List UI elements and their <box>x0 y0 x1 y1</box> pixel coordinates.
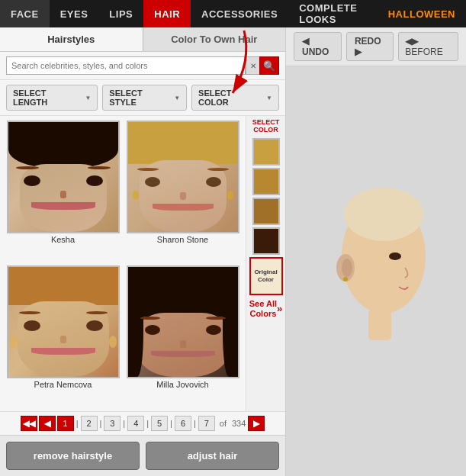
page-button-3[interactable]: 3 <box>104 416 121 431</box>
sub-tabs: Hairstyles Color To Own Hair <box>0 27 285 52</box>
filter-length[interactable]: SELECT LENGTH ▼ <box>6 85 98 111</box>
see-all-colors-link[interactable]: See AllColors » <box>249 299 283 319</box>
svg-point-3 <box>342 259 352 277</box>
remove-hairstyle-button[interactable]: remove hairstyle <box>6 442 140 470</box>
nav-halloween[interactable]: HALLOWEEN <box>378 0 466 27</box>
nav-lips[interactable]: LIPS <box>98 0 143 27</box>
search-input[interactable] <box>6 56 246 75</box>
hair-thumbnail <box>127 265 239 378</box>
list-item[interactable]: Sharon Stone <box>124 121 241 262</box>
undo-button[interactable]: ◀ UNDO <box>294 32 342 61</box>
original-color-button[interactable]: Original Color <box>249 257 283 295</box>
color-swatches-panel: SELECT COLOR Original Color See AllColor… <box>246 116 285 411</box>
redo-button[interactable]: REDO ▶ <box>346 32 394 61</box>
face-preview <box>323 180 429 363</box>
page-first-button[interactable]: ◀◀ <box>21 416 37 431</box>
chevron-right-icon: » <box>277 303 282 315</box>
hair-grid-wrapper: Kesha <box>0 116 285 411</box>
celebrity-name: Sharon Stone <box>157 235 208 244</box>
nav-complete-looks[interactable]: COMPLETE LOOKS <box>288 0 378 27</box>
page-button-7[interactable]: 7 <box>198 416 215 431</box>
page-button-5[interactable]: 5 <box>151 416 168 431</box>
hair-overlay <box>8 122 118 168</box>
adjust-hair-button[interactable]: adjust hair <box>146 442 279 470</box>
hair-thumbnail <box>7 121 120 233</box>
celebrity-name: Milla Jovovich <box>156 380 208 389</box>
chevron-down-icon: ▼ <box>266 95 272 101</box>
hair-thumbnail <box>7 265 120 378</box>
right-toolbar: ◀ UNDO REDO ▶ ◀▶ BEFORE <box>286 27 466 66</box>
preview-area <box>286 66 466 476</box>
celebrity-name: Kesha <box>51 235 75 244</box>
page-button-6[interactable]: 6 <box>175 416 191 431</box>
page-button-2[interactable]: 2 <box>81 416 98 431</box>
chevron-down-icon: ▼ <box>85 95 91 101</box>
svg-rect-5 <box>368 310 391 340</box>
main-layout: Hairstyles Color To Own Hair ✕ 🔍 SELECT … <box>0 27 466 476</box>
tab-color-own-hair[interactable]: Color To Own Hair <box>143 27 286 51</box>
nav-face[interactable]: FACE <box>0 0 50 27</box>
filter-color[interactable]: SELECT COLOR ▼ <box>191 85 279 111</box>
svg-point-6 <box>389 252 401 260</box>
page-button-4[interactable]: 4 <box>127 416 144 431</box>
before-button[interactable]: ◀▶ BEFORE <box>398 32 458 61</box>
search-clear-button[interactable]: ✕ <box>246 56 259 75</box>
search-bar: ✕ 🔍 <box>0 52 285 80</box>
bottom-buttons: remove hairstyle adjust hair <box>0 435 285 476</box>
filter-style[interactable]: SELECT STYLE ▼ <box>102 85 187 111</box>
hair-thumbnail <box>127 121 239 233</box>
color-swatch[interactable] <box>252 138 280 166</box>
page-next-button[interactable]: ▶ <box>248 416 265 431</box>
page-button-1[interactable]: 1 <box>57 416 74 431</box>
total-pages: 334 <box>231 419 246 428</box>
filter-row: SELECT LENGTH ▼ SELECT STYLE ▼ SELECT CO… <box>0 80 285 116</box>
list-item[interactable]: Petra Nemcova <box>5 265 121 407</box>
tab-hairstyles[interactable]: Hairstyles <box>0 27 143 51</box>
hair-overlay <box>128 122 238 164</box>
left-panel: Hairstyles Color To Own Hair ✕ 🔍 SELECT … <box>0 27 286 476</box>
nav-eyes[interactable]: EYES <box>50 0 99 27</box>
pagination: ◀◀ ◀ 1 | 2 | 3 | 4 | 5 | 6 | 7 of 334 ▶ <box>0 411 285 435</box>
list-item[interactable]: Milla Jovovich <box>124 265 241 407</box>
list-item[interactable]: Kesha <box>5 121 121 262</box>
page-prev-button[interactable]: ◀ <box>39 416 56 431</box>
top-navigation: FACE EYES LIPS HAIR ACCESSORIES COMPLETE… <box>0 0 466 27</box>
chevron-down-icon: ▼ <box>174 95 180 101</box>
color-swatch[interactable] <box>252 227 280 255</box>
hair-overlay <box>128 267 238 317</box>
color-swatch[interactable] <box>252 168 280 195</box>
search-submit-button[interactable]: 🔍 <box>259 56 279 75</box>
nav-accessories[interactable]: ACCESSORIES <box>191 0 288 27</box>
select-color-label: SELECT COLOR <box>248 119 284 134</box>
celebrity-name: Petra Nemcova <box>34 380 92 389</box>
svg-point-4 <box>343 277 348 281</box>
svg-point-7 <box>344 188 423 241</box>
hair-overlay <box>8 267 118 305</box>
color-swatch[interactable] <box>252 198 280 225</box>
hair-grid: Kesha <box>0 116 246 411</box>
nav-hair[interactable]: HAIR <box>143 0 191 27</box>
right-panel: ◀ UNDO REDO ▶ ◀▶ BEFORE <box>286 27 466 476</box>
